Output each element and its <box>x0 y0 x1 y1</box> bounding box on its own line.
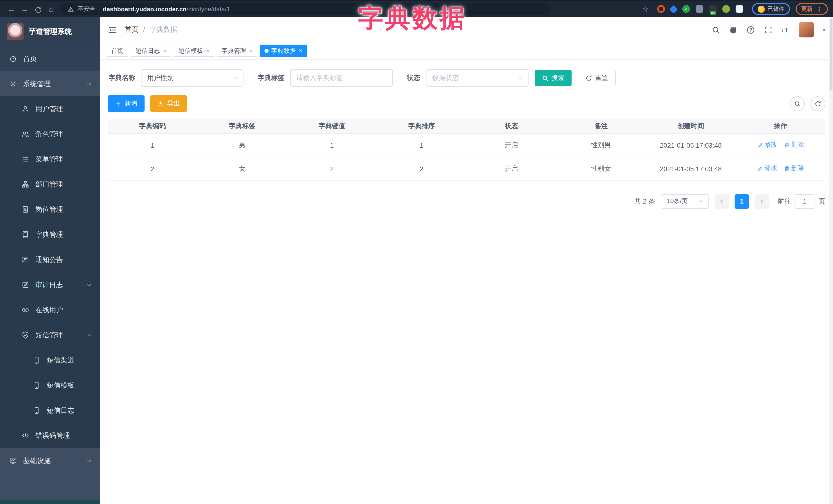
extension-green-check-icon[interactable]: ✓ <box>682 5 690 13</box>
phone-icon <box>33 407 41 414</box>
sidebar-item-post[interactable]: 岗位管理 <box>0 197 100 222</box>
sidebar-item-audit-log[interactable]: 审计日志 <box>0 272 100 297</box>
sidebar-item-menu[interactable]: 菜单管理 <box>0 147 100 172</box>
edit-row-button[interactable]: 修改 <box>757 164 777 173</box>
refresh-table-button[interactable] <box>810 96 825 111</box>
home-icon[interactable]: ⌂ <box>45 2 57 17</box>
profile-paused-pill[interactable]: 已暂停 <box>752 3 790 15</box>
chevron-down-icon <box>698 198 704 205</box>
address-bar[interactable]: 不安全 dashboard.yudao.iocoder.cn/dict/type… <box>62 3 551 15</box>
tab-dict-management[interactable]: 字典管理× <box>217 45 257 57</box>
delete-row-button[interactable]: 删除 <box>784 164 804 173</box>
sidebar-item-error-code[interactable]: 错误码管理 <box>0 423 100 448</box>
sidebar-item-user[interactable]: 用户管理 <box>0 96 100 121</box>
toggle-search-button[interactable] <box>790 96 805 111</box>
github-icon[interactable] <box>729 25 738 34</box>
browser-update-button[interactable]: 更新 ⋮ <box>795 3 828 15</box>
extension-slider-icon[interactable] <box>696 5 703 13</box>
next-page-button[interactable] <box>755 194 769 209</box>
back-icon[interactable]: ← <box>5 2 18 17</box>
sidebar-item-label: 在线用户 <box>35 305 63 315</box>
search-icon[interactable] <box>712 25 720 34</box>
tab-dict-data[interactable]: 字典数据× <box>260 45 307 57</box>
dictionary-icon <box>22 231 29 238</box>
sidebar-item-home[interactable]: 首页 <box>0 46 100 71</box>
refresh-icon <box>814 100 821 107</box>
breadcrumb-current: 字典数据 <box>150 25 177 34</box>
tab-label: 字典管理 <box>221 46 246 55</box>
forward-icon[interactable]: → <box>19 2 31 17</box>
page-size-select[interactable]: 10条/页 <box>661 194 709 209</box>
extension-on-badge-icon[interactable]: on <box>709 5 717 13</box>
monitor-icon <box>9 457 17 464</box>
sidebar-item-role[interactable]: 角色管理 <box>0 121 100 147</box>
sidebar-item-sms-template[interactable]: 短信模板 <box>0 373 100 398</box>
dict-name-select[interactable]: 用户性别 <box>141 69 243 87</box>
add-button[interactable]: 新增 <box>108 95 145 112</box>
export-button[interactable]: 导出 <box>150 95 187 112</box>
goto-page-input[interactable]: 1 <box>794 194 815 209</box>
badge-icon <box>22 206 29 213</box>
reset-button[interactable]: 重置 <box>578 70 616 86</box>
sidebar-item-sms[interactable]: 短信管理 <box>0 322 100 347</box>
table-cell: 2 <box>108 157 197 181</box>
sidebar-item-system[interactable]: 系统管理 <box>0 71 100 96</box>
pencil-icon <box>757 166 763 172</box>
help-icon[interactable] <box>746 25 755 34</box>
user-avatar[interactable] <box>799 22 814 38</box>
breadcrumb-home[interactable]: 首页 <box>124 25 138 34</box>
svg-text:t: t <box>782 28 783 33</box>
page-scrollbar[interactable] <box>829 17 833 504</box>
dict-label-input[interactable]: 请输入字典标签 <box>290 69 392 87</box>
sidebar-item-label: 菜单管理 <box>35 154 63 164</box>
logo-image <box>7 23 24 40</box>
sidebar-item-label: 短信渠道 <box>47 356 74 365</box>
dict-name-value: 用户性别 <box>147 73 174 82</box>
sidebar-item-label: 短信管理 <box>35 331 63 340</box>
sidebar-item-online-user[interactable]: 在线用户 <box>0 297 100 322</box>
refresh-icon <box>586 75 592 81</box>
bookmark-star-icon[interactable]: ☆ <box>639 2 651 17</box>
sidebar-item-sms-channel[interactable]: 短信渠道 <box>0 347 100 373</box>
magnifier-icon <box>794 100 801 107</box>
prev-page-button[interactable] <box>715 194 729 209</box>
status-select[interactable]: 数据状态 <box>426 69 528 87</box>
tab-sms-log[interactable]: 短信日志× <box>131 45 171 57</box>
extension-on-badge-label: on <box>710 11 716 15</box>
filter-form: 字典名称 用户性别 字典标签 请输入字典标签 状态 数据状态 <box>109 69 825 87</box>
sidebar-item-sms-log[interactable]: 短信日志 <box>0 398 100 423</box>
scrollbar-thumb[interactable] <box>830 19 832 90</box>
sidebar-item-notice[interactable]: 通知公告 <box>0 247 100 272</box>
extension-green-leaf-icon[interactable] <box>722 5 730 13</box>
security-warning-label: 不安全 <box>77 5 95 13</box>
table-row: 2女22开启性别女2021-01-05 17:03:48修改删除 <box>108 157 825 181</box>
search-button[interactable]: 搜索 <box>535 70 572 86</box>
reload-icon[interactable] <box>32 2 44 17</box>
tab-sms-template[interactable]: 短信模板× <box>174 45 214 57</box>
app-logo[interactable]: 芋道管理系统 <box>0 17 100 46</box>
tab-home[interactable]: 首页 <box>106 45 128 57</box>
extension-puzzle-icon[interactable] <box>736 5 743 13</box>
current-page-button[interactable]: 1 <box>735 194 749 209</box>
edit-row-button[interactable]: 修改 <box>757 141 777 149</box>
tab-close-icon[interactable]: × <box>249 47 253 54</box>
announcement-icon <box>22 256 29 264</box>
fullscreen-icon[interactable] <box>764 25 772 34</box>
hamburger-icon[interactable] <box>108 25 117 34</box>
tab-close-icon[interactable]: × <box>206 47 210 54</box>
tab-close-icon[interactable]: × <box>299 47 303 54</box>
table-header-cell: 操作 <box>736 119 825 133</box>
font-size-icon[interactable]: tT <box>781 25 790 34</box>
sidebar-item-dict[interactable]: 字典管理 <box>0 222 100 247</box>
extension-orange-ring-icon[interactable] <box>657 5 665 13</box>
table-cell: 2 <box>377 157 467 181</box>
avatar-caret-icon[interactable]: ▾ <box>823 27 825 32</box>
delete-row-button[interactable]: 删除 <box>784 141 804 149</box>
tab-close-icon[interactable]: × <box>163 47 167 54</box>
sidebar-item-infra[interactable]: 基础设施 <box>0 448 100 473</box>
browser-menu-icon[interactable]: ⋮ <box>816 5 822 13</box>
extension-blue-gem-icon[interactable] <box>669 5 678 13</box>
goto-suffix: 页 <box>819 197 825 206</box>
table-actions-cell: 修改删除 <box>736 157 825 181</box>
sidebar-item-dept[interactable]: 部门管理 <box>0 172 100 197</box>
